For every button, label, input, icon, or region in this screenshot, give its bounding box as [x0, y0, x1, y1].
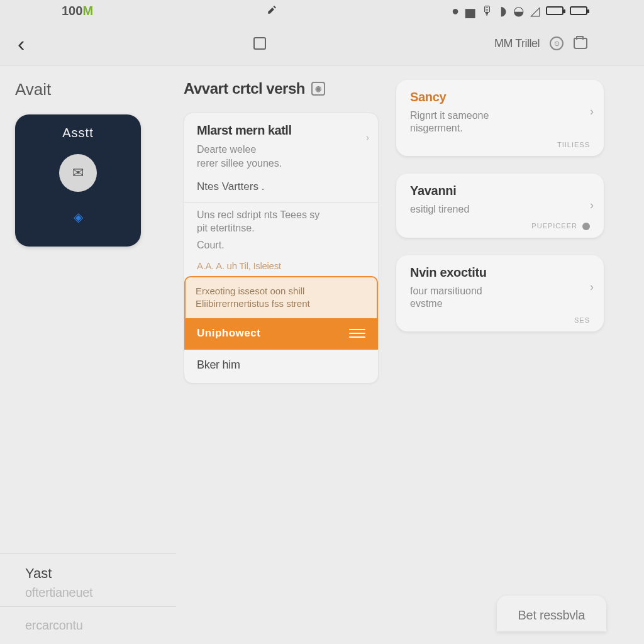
bottom-left-2-text: ercarcontu — [25, 618, 176, 633]
security-shield-icon: ◈ — [74, 209, 83, 225]
highlight-action-bar[interactable]: Uniphowect — [186, 318, 377, 348]
shield-icon: ◒ — [513, 3, 524, 18]
card-body-2a: Uns recl sdript nts Teees sy — [197, 209, 365, 222]
mail-icon[interactable]: ✉ — [59, 154, 97, 192]
right-card-2-stamp: PUEPICEER — [410, 222, 590, 230]
window-icon[interactable] — [253, 37, 266, 50]
bottom-left-title: Yast — [25, 565, 176, 582]
card-footer-item[interactable]: Bker him — [197, 350, 365, 377]
right-card-3-stamp: SES — [410, 316, 590, 324]
right-card-3-title: Nvin exoctitu — [410, 265, 590, 280]
info-icon[interactable]: ◉ — [311, 82, 325, 96]
right-card-1-body-2: nisgerment. — [410, 122, 590, 135]
person-icon: ● — [452, 4, 459, 18]
chevron-right-icon[interactable]: › — [590, 105, 594, 118]
main-header: Avvart crtcl versh ◉ — [184, 80, 379, 97]
assistant-card-label: Asstt — [62, 126, 93, 140]
right-card-3-body-1: four marsitiuond — [410, 285, 590, 297]
chevron-right-icon[interactable]: › — [366, 132, 369, 143]
sidebar: Avait Asstt ✉ ◈ — [15, 80, 166, 384]
right-card-3-body-2: evstme — [410, 297, 590, 310]
battery-icon-2 — [570, 6, 587, 15]
highlight-line-2: Eliibirrerrnertistus fss strent — [196, 297, 367, 310]
card-body-2b: pit etertitnse. — [197, 222, 365, 235]
bottom-left-block-2[interactable]: ercarcontu — [0, 606, 176, 644]
mic-icon: 🎙 — [481, 4, 494, 18]
divider — [184, 202, 378, 203]
globe-icon[interactable]: ⊙ — [550, 36, 564, 50]
chevron-right-icon[interactable]: › — [590, 199, 594, 212]
content-area: Avait Asstt ✉ ◈ Avvart crtcl versh ◉ Mla… — [0, 65, 644, 644]
signal-icon: ▅ — [465, 3, 475, 18]
folder-icon[interactable] — [574, 38, 587, 49]
status-time: 100M — [62, 4, 93, 18]
faint-text: A.A. A. uh Til, Isleiest — [197, 260, 365, 271]
chevron-right-icon[interactable]: › — [590, 280, 594, 294]
wifi-icon: ◿ — [530, 3, 540, 18]
right-card-1-body-1: Rignrt it sameone — [410, 109, 590, 122]
card-line-1: Dearte welee — [197, 144, 365, 155]
card-sub-1[interactable]: Ntes Vartters . — [197, 180, 365, 193]
title-bar: ‹ MM Trillel ⊙ — [0, 21, 644, 65]
battery-icon — [546, 6, 564, 15]
menu-icon[interactable] — [349, 329, 365, 338]
bottom-right-label: Bet ressbvla — [518, 608, 585, 622]
card-body-2c: Court. — [197, 239, 365, 252]
card-title: Mlarst mern katll — [197, 123, 365, 138]
title-right-text: MM Trillel — [494, 37, 540, 50]
bottom-left-block[interactable]: Yast oftertianeuet — [0, 553, 176, 600]
bottom-right-button[interactable]: Bet ressbvla — [497, 596, 606, 631]
status-bar: 100M ● ▅ 🎙 ◗ ◒ ◿ — [0, 0, 644, 21]
right-card-2-title: Yavanni — [410, 184, 590, 198]
highlight-line-1: Erxeoting issesot oon shill — [196, 285, 367, 297]
status-icons: ● ▅ 🎙 ◗ ◒ ◿ — [452, 3, 587, 18]
assistant-card[interactable]: Asstt ✉ ◈ — [15, 114, 141, 247]
bottom-left-sub: oftertianeuet — [25, 586, 176, 600]
right-column: Sancy Rignrt it sameone nisgerment. › TI… — [396, 80, 629, 384]
sidebar-header: Avait — [15, 80, 166, 99]
right-card-3[interactable]: Nvin exoctitu four marsitiuond evstme › … — [396, 255, 604, 331]
main-card: Mlarst mern katll Dearte welee rerer sil… — [184, 113, 379, 384]
main-column: Avvart crtcl versh ◉ Mlarst mern katll D… — [184, 80, 379, 384]
highlight-box: Erxeoting issesot oon shill Eliibirrerrn… — [184, 276, 378, 350]
right-card-2-body-1: esitigl tirened — [410, 203, 590, 216]
right-card-1-title: Sancy — [410, 90, 590, 104]
card-line-2: rerer sillee younes. — [197, 158, 365, 169]
edit-icon — [267, 4, 278, 18]
highlight-action-label: Uniphowect — [197, 327, 260, 340]
right-card-2[interactable]: Yavanni esitigl tirened › PUEPICEER — [396, 174, 604, 238]
right-card-1-stamp: TIILIESS — [410, 141, 590, 148]
key-icon: ◗ — [500, 3, 507, 18]
right-card-1[interactable]: Sancy Rignrt it sameone nisgerment. › TI… — [396, 80, 604, 156]
back-button[interactable]: ‹ — [18, 33, 25, 54]
